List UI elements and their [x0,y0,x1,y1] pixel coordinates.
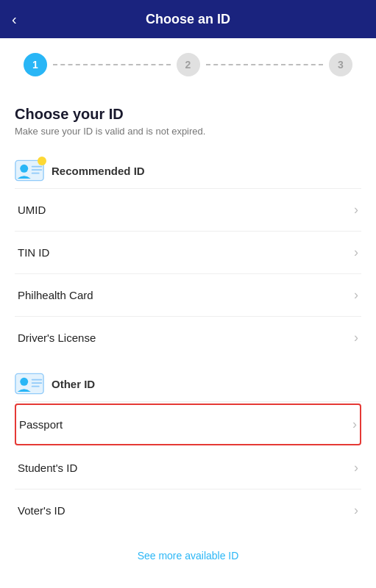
students-id-label: Student's ID [18,462,77,474]
list-item[interactable]: TIN ID › [15,232,361,274]
other-id-icon [15,372,44,395]
umid-label: UMID [18,204,46,216]
step-line-1 [53,64,171,65]
other-label: Other ID [52,378,95,390]
section-title: Choose your ID [15,106,361,123]
list-item[interactable]: Driver's License › [15,317,361,359]
passport-label: Passport [19,418,63,431]
chevron-icon: › [354,330,358,345]
recommended-list: UMID › TIN ID › Philhealth Card › Driver… [15,189,361,359]
step-3: 3 [329,53,352,76]
header-title: Choose an ID [146,12,230,27]
recommended-label: Recommended ID [52,165,145,177]
chevron-icon: › [354,460,358,476]
section-subtitle: Make sure your ID is valid and is not ex… [15,126,361,137]
step-2: 2 [177,53,200,76]
other-list: Passport › Student's ID › Voter's ID › [15,404,361,531]
back-button[interactable]: ‹ [12,11,17,28]
stepper: 1 2 3 [0,38,376,91]
other-category-header: Other ID [15,365,361,401]
body-content: Choose your ID Make sure your ID is vali… [0,91,376,531]
divider-other [15,401,361,402]
drivers-license-label: Driver's License [18,331,96,344]
recommended-badge [38,157,46,165]
recommended-category-header: Recommended ID [15,151,361,188]
list-item[interactable]: UMID › [15,189,361,232]
voters-id-label: Voter's ID [18,504,65,517]
list-item[interactable]: Philhealth Card › [15,274,361,317]
chevron-icon: › [354,202,358,218]
chevron-icon: › [354,287,358,303]
philhealth-label: Philhealth Card [18,289,93,301]
recommended-id-icon [15,159,44,182]
see-more-section: See more available ID [0,531,376,577]
see-more-link[interactable]: See more available ID [138,550,239,562]
svg-point-6 [20,378,28,386]
step-1: 1 [24,53,47,76]
chevron-icon: › [354,245,358,260]
list-item[interactable]: Voter's ID › [15,490,361,531]
tin-label: TIN ID [18,246,49,259]
chevron-icon: › [354,503,358,518]
header: ‹ Choose an ID [0,0,376,38]
svg-point-1 [20,165,28,173]
chevron-icon: › [352,417,357,432]
passport-item[interactable]: Passport › [15,404,361,445]
step-line-2 [206,64,324,65]
list-item[interactable]: Student's ID › [15,447,361,490]
